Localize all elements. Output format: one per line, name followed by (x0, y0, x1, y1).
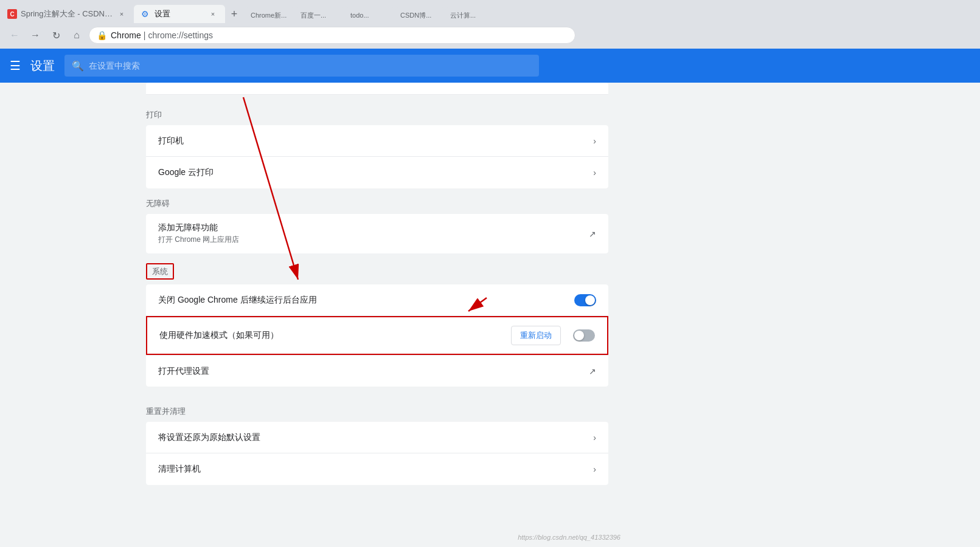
arrow-icon-clean: › (593, 464, 596, 474)
item-title-accessibility: 添加无障碍功能 (158, 222, 239, 233)
hamburger-icon[interactable]: ☰ (10, 58, 21, 73)
item-title-background-apps: 关闭 Google Chrome 后继续运行后台应用 (158, 295, 317, 306)
restart-button[interactable]: 重新启动 (511, 326, 561, 345)
hardware-accel-controls: 重新启动 (511, 326, 595, 345)
settings-item-clean[interactable]: 清理计算机 › (146, 453, 608, 485)
section-label-reset: 重置并清理 (146, 396, 608, 422)
section-group-accessibility: 添加无障碍功能 打开 Chrome 网上应用店 ↗ (146, 214, 608, 253)
address-bar: ← → ↻ ⌂ 🔒 Chrome | chrome://settings (0, 23, 980, 49)
section-label-print: 打印 (146, 100, 608, 125)
omnibox-text: Chrome | chrome://settings (111, 30, 568, 40)
scroll-top-indicator (146, 83, 608, 95)
sidebar (0, 83, 134, 547)
toggle-hardware-accel[interactable] (573, 329, 595, 342)
item-title-google-print: Google 云打印 (158, 167, 214, 178)
tab-title-csdn: Spring注解大全 - CSDN ... (21, 9, 113, 19)
reload-button[interactable]: ↻ (47, 27, 64, 44)
settings-item-reset[interactable]: 将设置还原为原始默认设置 › (146, 422, 608, 453)
mini-tab-3[interactable]: todo... (346, 7, 394, 23)
home-button[interactable]: ⌂ (68, 27, 85, 44)
tab-title-settings: 设置 (155, 9, 204, 19)
omnibox-security-icon: 🔒 (97, 30, 107, 40)
settings-item-proxy[interactable]: 打开代理设置 ↗ (146, 355, 608, 387)
settings-item-hardware-accel[interactable]: 使用硬件加速模式（如果可用） 重新启动 (146, 316, 608, 355)
mini-tab-2[interactable]: 百度一... (296, 7, 344, 23)
settings-item-printer[interactable]: 打印机 › (146, 125, 608, 157)
hardware-accel-wrapper: 使用硬件加速模式（如果可用） 重新启动 取消使 (146, 316, 608, 355)
section-group-print: 打印机 › Google 云打印 › (146, 125, 608, 188)
mini-tab-4[interactable]: CSDN博... (395, 7, 444, 23)
tab-close-settings[interactable]: × (208, 9, 218, 19)
settings-content: 打印 打印机 › Google 云打印 › 无障碍 (0, 83, 980, 547)
forward-button[interactable]: → (27, 27, 44, 44)
arrow-icon-reset: › (593, 433, 596, 442)
settings-page: ☰ 设置 🔍 打印 打印机 › (0, 49, 980, 547)
tab-close-csdn[interactable]: × (117, 9, 127, 19)
search-input[interactable] (89, 61, 532, 71)
search-box[interactable]: 🔍 (64, 55, 539, 77)
tab-favicon-csdn: C (7, 9, 17, 19)
tab-settings[interactable]: ⚙ 设置 × (134, 5, 225, 23)
item-subtitle-accessibility: 打开 Chrome 网上应用店 (158, 235, 239, 245)
section-label-system: 系统 (152, 267, 168, 276)
arrow-icon-google-print: › (593, 168, 596, 177)
omnibox-origin: Chrome (111, 30, 141, 40)
item-title-printer: 打印机 (158, 136, 184, 146)
settings-item-accessibility[interactable]: 添加无障碍功能 打开 Chrome 网上应用店 ↗ (146, 214, 608, 253)
system-label-box: 系统 (146, 263, 174, 280)
omnibox-separator: | (144, 30, 146, 40)
mini-tab-1[interactable]: Chrome新... (246, 7, 294, 23)
toggle-thumb-hardware-accel (574, 331, 584, 340)
toggle-track-hardware-accel (573, 329, 595, 342)
omnibox[interactable]: 🔒 Chrome | chrome://settings (89, 27, 575, 44)
mini-tab-5[interactable]: 云计算... (445, 7, 494, 23)
tab-bar: C Spring注解大全 - CSDN ... × ⚙ 设置 × + Chrom… (0, 0, 980, 23)
new-tab-button[interactable]: + (225, 5, 243, 23)
settings-item-google-print[interactable]: Google 云打印 › (146, 157, 608, 188)
extra-tabs-area: Chrome新... 百度一... todo... CSDN博... 云计算..… (243, 7, 496, 23)
section-label-accessibility: 无障碍 (146, 188, 608, 214)
system-section-label-wrapper: 系统 (146, 263, 174, 280)
item-title-hardware-accel: 使用硬件加速模式（如果可用） (159, 330, 279, 341)
item-title-clean: 清理计算机 (158, 464, 201, 475)
toggle-thumb-background-apps (585, 295, 595, 305)
item-title-proxy: 打开代理设置 (158, 366, 209, 377)
section-group-reset: 将设置还原为原始默认设置 › 清理计算机 › (146, 422, 608, 485)
external-icon-accessibility: ↗ (589, 229, 596, 239)
back-button[interactable]: ← (6, 27, 23, 44)
toggle-background-apps[interactable] (574, 294, 596, 306)
tab-csdn[interactable]: C Spring注解大全 - CSDN ... × (0, 5, 134, 23)
toggle-track-background-apps (574, 294, 596, 306)
accessibility-item-text: 添加无障碍功能 打开 Chrome 网上应用店 (158, 222, 239, 245)
search-icon: 🔍 (72, 60, 84, 72)
settings-header: ☰ 设置 🔍 (0, 49, 980, 83)
item-title-reset: 将设置还原为原始默认设置 (158, 432, 260, 443)
watermark: https://blog.csdn.net/qq_41332396 (518, 534, 620, 541)
section-group-system: 关闭 Google Chrome 后继续运行后台应用 使用硬件加速模式（如果可用… (146, 284, 608, 387)
settings-item-background-apps[interactable]: 关闭 Google Chrome 后继续运行后台应用 (146, 284, 608, 316)
arrow-icon-printer: › (593, 136, 596, 146)
tab-favicon-settings: ⚙ (141, 9, 151, 19)
settings-title: 设置 (30, 58, 55, 74)
external-icon-proxy: ↗ (589, 366, 596, 376)
omnibox-path: chrome://settings (148, 30, 213, 40)
